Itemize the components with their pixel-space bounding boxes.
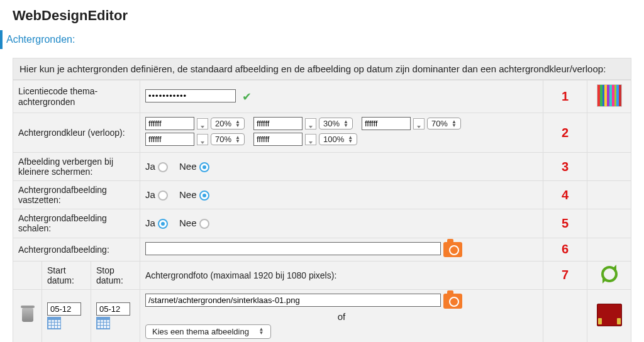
camera-icon[interactable] [443, 294, 462, 309]
help-text: Hier kun je achtergronden definiëren, de… [13, 58, 631, 80]
row-num-1: 1 [543, 80, 587, 113]
radio-label-ja: Ja [145, 189, 155, 200]
calendar-icon[interactable] [47, 317, 61, 329]
row-num-4: 4 [543, 181, 587, 209]
label-scale-bg: Achtergrondafbeelding schalen: [13, 209, 140, 238]
label-stop-date: Stop datum: [91, 261, 140, 289]
radio-fix-bg-ja[interactable] [158, 190, 168, 201]
radio-label-ja: Ja [145, 218, 155, 228]
gradient-color-1[interactable] [253, 117, 303, 130]
gradient-color-4[interactable] [253, 133, 303, 146]
swatch-icon[interactable] [413, 118, 425, 130]
label-hide-small: Afbeelding verbergen bij kleinere scherm… [13, 153, 140, 181]
row-num-5: 5 [543, 209, 587, 238]
swatch-icon[interactable] [197, 134, 208, 145]
radio-hide-small-nee[interactable] [199, 162, 209, 172]
label-gradient: Achtergrondkleur (verloop): [13, 113, 140, 153]
radio-scale-bg-ja[interactable] [158, 219, 168, 229]
row-num-6: 6 [543, 238, 587, 261]
row-num-3: 3 [543, 153, 587, 181]
license-input[interactable] [145, 89, 236, 102]
camera-icon[interactable] [443, 242, 462, 257]
gradient-color-2[interactable] [362, 117, 411, 130]
palette-icon[interactable] [597, 84, 622, 107]
label-start-date: Start datum: [42, 261, 91, 289]
theme-image-select[interactable]: Kies een thema afbeelding ▲▼ [145, 324, 271, 339]
swatch-icon[interactable] [305, 134, 316, 145]
row-num-2: 2 [543, 113, 587, 153]
label-fix-bg: Achtergrondafbeelding vastzetten: [13, 181, 140, 209]
stop-date-input[interactable] [96, 302, 130, 316]
gradient-color-3[interactable] [145, 133, 194, 146]
check-icon: ✔ [242, 91, 252, 103]
label-bg-image: Achtergrondafbeelding: [13, 238, 140, 261]
start-date-input[interactable] [47, 302, 81, 316]
label-photo: Achtergrondfoto (maximaal 1920 bij 1080 … [140, 261, 543, 289]
radio-label-nee: Nee [179, 189, 197, 200]
section-tab-achtergronden[interactable]: Achtergronden: [0, 30, 631, 49]
gradient-pct-2[interactable]: 70%▲▼ [427, 118, 461, 130]
trash-icon[interactable] [22, 308, 33, 322]
row-num-7: 7 [543, 261, 587, 289]
gradient-pct-4[interactable]: 100%▲▼ [319, 133, 357, 145]
refresh-icon[interactable] [601, 266, 618, 282]
swatch-icon[interactable] [305, 118, 316, 130]
label-license: Licentiecode thema-achtergronden [13, 80, 140, 113]
theme-thumbnail[interactable] [597, 304, 622, 326]
radio-hide-small-ja[interactable] [158, 162, 168, 172]
swatch-icon[interactable] [197, 118, 208, 130]
radio-label-ja: Ja [145, 161, 155, 172]
gradient-pct-0[interactable]: 20%▲▼ [211, 118, 245, 130]
of-label: of [145, 311, 538, 322]
radio-label-nee: Nee [179, 218, 197, 228]
page-title: WebDesignEditor [13, 8, 631, 24]
bg-image-input[interactable] [145, 242, 441, 255]
radio-scale-bg-nee[interactable] [199, 219, 209, 229]
radio-fix-bg-nee[interactable] [199, 190, 209, 201]
calendar-icon[interactable] [96, 317, 110, 329]
gradient-pct-3[interactable]: 70%▲▼ [211, 133, 245, 145]
gradient-pct-1[interactable]: 30%▲▼ [319, 118, 353, 130]
gradient-color-0[interactable] [145, 117, 194, 130]
dated-path-input[interactable] [145, 294, 441, 307]
radio-label-nee: Nee [179, 161, 197, 172]
